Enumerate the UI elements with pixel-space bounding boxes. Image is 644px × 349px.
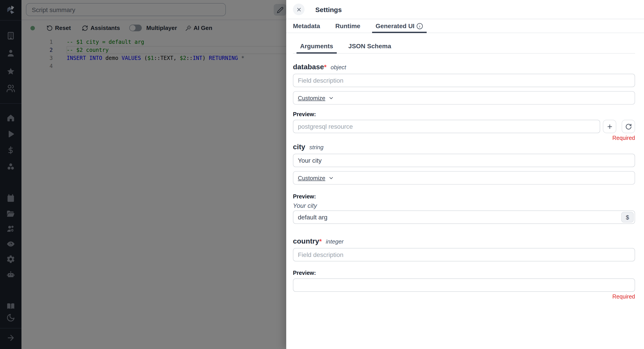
generated-ui-subtabs: Arguments JSON Schema (293, 39, 635, 54)
settings-drawer: Settings Metadata Runtime Generated UI A… (286, 0, 644, 349)
field-section-database: database* object Customize Preview: (293, 63, 635, 141)
subtab-json-schema[interactable]: JSON Schema (345, 39, 395, 53)
required-asterisk: * (319, 237, 322, 245)
drawer-header: Settings (286, 0, 644, 19)
field-type: object (330, 64, 346, 71)
database-description-input[interactable] (293, 74, 635, 87)
field-type: string (309, 144, 324, 151)
field-title: city string (293, 143, 635, 151)
variable-picker-button[interactable]: $ (621, 212, 634, 223)
required-note: Required (293, 294, 635, 300)
city-preview-input[interactable] (293, 210, 635, 224)
drawer-title: Settings (315, 5, 342, 13)
field-name: database (293, 63, 324, 71)
country-preview-input[interactable] (293, 278, 635, 292)
preview-label: Preview: (293, 270, 635, 276)
preview-label: Preview: (293, 194, 635, 200)
customize-toggle[interactable]: Customize (298, 174, 325, 181)
rotate-cw-icon (625, 123, 632, 130)
info-icon (416, 22, 423, 29)
field-name: country (293, 237, 319, 245)
field-section-city: city string Customize Preview: Your city… (293, 143, 635, 224)
screen: Reset Assistants Multiplayer (0, 0, 644, 349)
database-customize-box: Customize (293, 91, 635, 105)
tab-metadata[interactable]: Metadata (289, 19, 324, 33)
drawer-tabs: Metadata Runtime Generated UI (286, 19, 644, 33)
database-preview-row (293, 120, 635, 133)
plus-icon (606, 123, 613, 130)
database-preview-input[interactable] (293, 120, 600, 133)
field-section-country: country* integer Preview: Required (293, 237, 635, 300)
tab-runtime[interactable]: Runtime (332, 19, 364, 33)
chevron-down-icon (328, 95, 334, 101)
preview-label: Preview: (293, 111, 635, 117)
refresh-resource-button[interactable] (622, 120, 635, 133)
add-resource-button[interactable] (603, 120, 616, 133)
required-asterisk: * (324, 63, 327, 71)
close-button[interactable] (293, 3, 304, 15)
city-preview-description: Your city (293, 202, 635, 209)
field-name: city (293, 143, 305, 151)
field-type: integer (326, 238, 344, 245)
field-title: country* integer (293, 237, 635, 245)
chevron-down-icon (328, 175, 334, 181)
city-description-input[interactable] (293, 154, 635, 167)
country-description-input[interactable] (293, 248, 635, 261)
drawer-content: Arguments JSON Schema database* object C… (286, 39, 644, 300)
customize-toggle[interactable]: Customize (298, 94, 325, 101)
tab-generated-ui[interactable]: Generated UI (372, 19, 426, 33)
required-note: Required (293, 135, 635, 141)
field-title: database* object (293, 63, 635, 71)
city-customize-box: Customize (293, 171, 635, 185)
close-icon (296, 6, 302, 12)
city-preview-wrap: $ (293, 210, 635, 224)
subtab-arguments[interactable]: Arguments (296, 39, 337, 53)
